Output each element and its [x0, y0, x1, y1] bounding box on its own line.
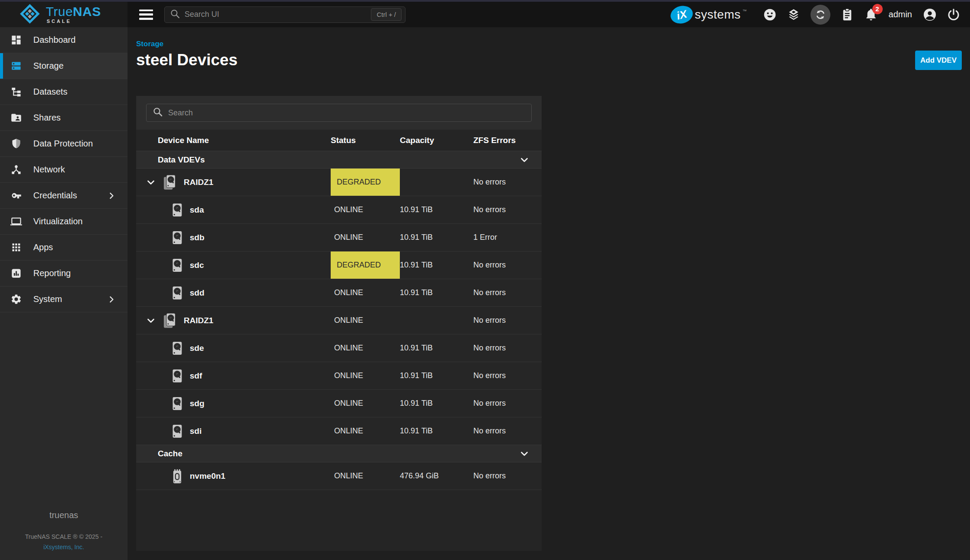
sidebar-item-credentials[interactable]: Credentials: [0, 183, 128, 209]
sidebar-item-reporting[interactable]: Reporting: [0, 261, 128, 286]
copyright-label: TrueNAS SCALE ® © 2025 -: [0, 533, 128, 540]
capacity-cell: 10.91 TiB: [400, 233, 473, 242]
search-icon: [170, 9, 180, 21]
status-cell: ONLINE: [331, 362, 400, 389]
capacity-cell: 10.91 TiB: [400, 426, 473, 436]
zfs-errors-cell: No errors: [473, 426, 542, 436]
hdd-stack-icon: [163, 313, 178, 328]
capacity-cell: 10.91 TiB: [400, 399, 473, 408]
shares-icon: [10, 112, 22, 124]
directory-services-sync-icon[interactable]: [810, 5, 830, 25]
sidebar-item-label: Data Protection: [33, 139, 93, 149]
hdd-icon: [171, 286, 184, 300]
hdd-icon: [171, 341, 184, 355]
zfs-errors-cell: No errors: [473, 288, 542, 297]
gear-icon: [10, 293, 22, 305]
sidebar-item-label: Reporting: [33, 268, 71, 278]
reporting-icon: [10, 267, 22, 279]
truenas-app: TrueNAS SCALE Ctrl + / iX systems ™: [0, 0, 970, 560]
hostname-label: truenas: [0, 510, 128, 520]
chevron-down-icon[interactable]: [519, 449, 530, 459]
device-name: sdd: [190, 288, 204, 298]
device-row-raidz1-6[interactable]: RAIDZ1ONLINENo errors: [136, 307, 542, 334]
device-row-sdi-10[interactable]: sdiONLINE10.91 TiBNo errors: [136, 417, 542, 445]
device-row-nvme0n1-12[interactable]: nvme0n1ONLINE476.94 GiBNo errors: [136, 462, 542, 490]
ixsystems-link[interactable]: iXsystems, Inc.: [0, 544, 128, 550]
user-avatar-icon[interactable]: [923, 8, 937, 22]
sidebar-item-dashboard[interactable]: Dashboard: [0, 27, 128, 53]
capacity-cell: 10.91 TiB: [400, 344, 473, 353]
device-row-sdb-3[interactable]: sdbONLINE10.91 TiB1 Error: [136, 224, 542, 251]
device-row-sdg-9[interactable]: sdgONLINE10.91 TiBNo errors: [136, 390, 542, 417]
truenas-logo-icon: [19, 3, 41, 26]
sidebar-item-system[interactable]: System: [0, 286, 128, 312]
sidebar-item-label: Credentials: [33, 191, 77, 200]
truenas-logo[interactable]: TrueNAS SCALE: [0, 2, 128, 27]
global-search[interactable]: Ctrl + /: [164, 6, 405, 23]
sidebar-nav: DashboardStorageDatasetsSharesData Prote…: [0, 27, 128, 312]
device-row-raidz1-1[interactable]: RAIDZ1DEGRADEDNo errors: [136, 169, 542, 196]
alerts-bell-icon[interactable]: 2: [864, 8, 878, 22]
add-vdev-button[interactable]: Add VDEV: [915, 51, 962, 70]
status-cell: ONLINE: [331, 279, 400, 306]
sidebar-item-label: Network: [33, 165, 65, 175]
sidebar-item-label: Storage: [33, 61, 64, 71]
search-shortcut-hint: Ctrl + /: [371, 8, 402, 21]
ix-mark-icon: iX: [669, 3, 695, 25]
logo-title: TrueNAS: [46, 5, 101, 18]
sidebar-item-network[interactable]: Network: [0, 157, 128, 183]
table-search[interactable]: [146, 104, 532, 122]
chevron-down-icon[interactable]: [519, 155, 530, 165]
expand-chevron-down-icon[interactable]: [146, 315, 157, 326]
device-name: sdb: [190, 233, 204, 242]
zfs-errors-cell: No errors: [473, 344, 542, 353]
column-status: Status: [331, 136, 400, 145]
breadcrumb[interactable]: Storage: [136, 40, 163, 48]
device-row-sde-7[interactable]: sdeONLINE10.91 TiBNo errors: [136, 334, 542, 362]
global-search-input[interactable]: [185, 10, 367, 19]
group-row-data-vdevs[interactable]: Data VDEVs: [136, 151, 542, 169]
group-row-cache[interactable]: Cache: [136, 445, 542, 462]
device-row-sdd-5[interactable]: sddONLINE10.91 TiBNo errors: [136, 279, 542, 307]
zfs-errors-cell: No errors: [473, 316, 542, 325]
key-icon: [10, 190, 22, 201]
sidebar: DashboardStorageDatasetsSharesData Prote…: [0, 27, 128, 560]
device-row-sdf-8[interactable]: sdfONLINE10.91 TiBNo errors: [136, 362, 542, 390]
status-cell: ONLINE: [331, 390, 400, 417]
zfs-errors-cell: No errors: [473, 178, 542, 187]
device-row-sdc-4[interactable]: sdcDEGRADED10.91 TiBNo errors: [136, 251, 542, 279]
power-icon[interactable]: [947, 8, 960, 22]
sidebar-item-virtualization[interactable]: Virtualization: [0, 209, 128, 235]
group-name: Data VDEVs: [136, 155, 331, 165]
expand-chevron-down-icon[interactable]: [146, 177, 157, 188]
sidebar-item-data-protection[interactable]: Data Protection: [0, 131, 128, 157]
sidebar-item-label: Datasets: [33, 87, 67, 97]
hdd-icon: [171, 203, 184, 217]
feedback-smiley-icon[interactable]: [763, 8, 777, 22]
sidebar-item-storage[interactable]: Storage: [0, 53, 128, 79]
device-row-sda-2[interactable]: sdaONLINE10.91 TiBNo errors: [136, 196, 542, 224]
zfs-errors-cell: No errors: [473, 205, 542, 214]
device-name: sdf: [190, 371, 202, 381]
sidebar-item-label: Shares: [33, 113, 61, 123]
capacity-cell: 10.91 TiB: [400, 261, 473, 270]
sidebar-item-datasets[interactable]: Datasets: [0, 79, 128, 105]
sidebar-item-label: Dashboard: [33, 35, 76, 45]
table-search-input[interactable]: [168, 108, 525, 118]
ixsystems-logo[interactable]: iX systems ™: [670, 6, 747, 23]
device-name: nvme0n1: [190, 471, 225, 481]
capacity-cell: 10.91 TiB: [400, 288, 473, 297]
sidebar-item-apps[interactable]: Apps: [0, 235, 128, 261]
sidebar-item-shares[interactable]: Shares: [0, 105, 128, 131]
zfs-errors-cell: No errors: [473, 471, 542, 480]
group-name: Cache: [136, 449, 331, 458]
status-cell: ONLINE: [331, 417, 400, 445]
topbar: TrueNAS SCALE Ctrl + / iX systems ™: [0, 2, 970, 27]
jobs-clipboard-icon[interactable]: [840, 8, 854, 22]
menu-toggle-icon[interactable]: [139, 10, 153, 20]
column-zfs-errors: ZFS Errors: [473, 136, 542, 145]
chevron-right-icon: [107, 191, 116, 200]
truecommand-icon[interactable]: [787, 8, 801, 22]
table-search-bar: [136, 96, 542, 130]
column-capacity: Capacity: [400, 136, 473, 145]
